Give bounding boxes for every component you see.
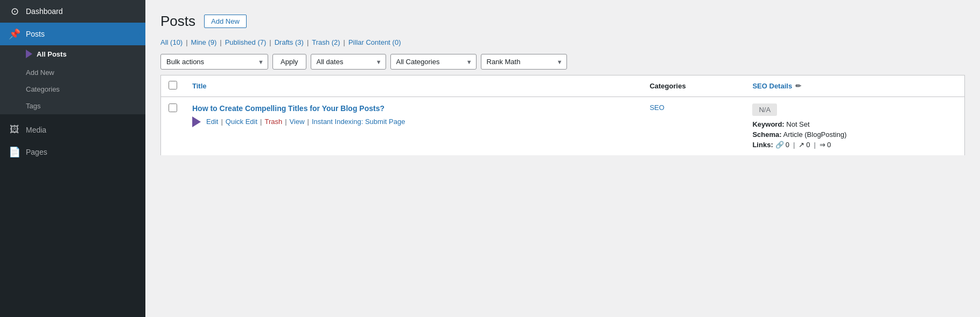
edit-action[interactable]: Edit bbox=[206, 118, 218, 126]
seo-badge: N/A bbox=[752, 104, 777, 116]
pages-icon: 📄 bbox=[9, 146, 20, 158]
links-line: Links: 🔗 0 | ↗ 0 | ⇒ 0 bbox=[752, 141, 957, 149]
instant-indexing-action[interactable]: Instant Indexing: Submit Page bbox=[312, 118, 405, 126]
quick-edit-action[interactable]: Quick Edit bbox=[226, 118, 257, 126]
external-link-count: 0 bbox=[806, 141, 810, 149]
seo-edit-icon[interactable]: ✏ bbox=[795, 82, 801, 90]
sidebar-item-label: Pages bbox=[26, 148, 47, 156]
posts-table: Title Categories SEO Details ✏ bbox=[160, 75, 965, 156]
action-sep-1: | bbox=[221, 118, 222, 126]
sidebar-item-label: Dashboard bbox=[26, 7, 63, 16]
sep5: | bbox=[344, 38, 345, 46]
nofollow-link-count: 0 bbox=[827, 141, 831, 149]
dashboard-icon: ⊙ bbox=[9, 5, 20, 17]
rankmath-wrap: Rank Math ▼ bbox=[481, 54, 567, 70]
filter-published[interactable]: Published (7) bbox=[225, 38, 267, 46]
internal-link-icon: 🔗 bbox=[775, 141, 784, 149]
sidebar-item-media[interactable]: 🖼 Media bbox=[0, 119, 145, 141]
posts-submenu: All Posts Add New Categories Tags bbox=[0, 45, 145, 114]
external-link-icon: ↗ bbox=[799, 141, 804, 149]
sidebar-item-dashboard[interactable]: ⊙ Dashboard bbox=[0, 0, 145, 23]
trash-action[interactable]: Trash bbox=[264, 118, 282, 126]
dates-select[interactable]: All dates bbox=[311, 54, 386, 70]
internal-link-count: 0 bbox=[786, 141, 789, 149]
schema-line: Schema: Article (BlogPosting) bbox=[752, 130, 957, 139]
categories-column-header: Categories bbox=[642, 75, 745, 97]
category-link[interactable]: SEO bbox=[649, 104, 664, 112]
select-all-checkbox[interactable] bbox=[169, 81, 177, 89]
filter-pillar[interactable]: Pillar Content (0) bbox=[348, 38, 401, 46]
row-title-cell: How to Create Compelling Titles for Your… bbox=[185, 97, 642, 156]
post-title-link[interactable]: How to Create Compelling Titles for Your… bbox=[192, 104, 634, 114]
table-row: How to Create Compelling Titles for Your… bbox=[161, 97, 965, 156]
keyword-line: Keyword: Not Set bbox=[752, 120, 957, 128]
page-title: Posts bbox=[160, 13, 195, 30]
sep4: | bbox=[307, 38, 309, 46]
nofollow-link-icon: ⇒ bbox=[820, 141, 825, 149]
bulk-actions-select[interactable]: Bulk actions bbox=[160, 54, 268, 70]
internal-link-group: 🔗 0 bbox=[775, 141, 789, 149]
row-category-cell: SEO bbox=[642, 97, 745, 156]
sidebar-item-pages[interactable]: 📄 Pages bbox=[0, 141, 145, 163]
active-indicator bbox=[139, 29, 145, 39]
rankmath-select[interactable]: Rank Math bbox=[481, 54, 567, 70]
apply-button[interactable]: Apply bbox=[272, 54, 306, 70]
row-actions: Edit | Quick Edit | Trash | View | Insta… bbox=[192, 116, 634, 127]
sidebar-sub-categories[interactable]: Categories bbox=[0, 81, 145, 98]
toolbar: Bulk actions ▼ Apply All dates ▼ All Cat… bbox=[160, 54, 965, 70]
sidebar-sub-tags[interactable]: Tags bbox=[0, 98, 145, 114]
purple-arrow-right-icon bbox=[192, 116, 201, 127]
filter-links: All (10) | Mine (9) | Published (7) | Dr… bbox=[160, 38, 965, 46]
posts-icon: 📌 bbox=[9, 28, 20, 40]
bulk-actions-wrap: Bulk actions ▼ bbox=[160, 54, 268, 70]
sidebar-item-label: Posts bbox=[26, 30, 45, 38]
main-content: Posts Add New All (10) | Mine (9) | Publ… bbox=[145, 0, 980, 317]
row-checkbox[interactable] bbox=[169, 104, 177, 112]
sidebar-item-label: Media bbox=[26, 126, 46, 134]
title-column-header: Title bbox=[185, 75, 642, 97]
filter-drafts[interactable]: Drafts (3) bbox=[275, 38, 304, 46]
add-new-button[interactable]: Add New bbox=[204, 15, 247, 28]
select-all-th bbox=[161, 75, 185, 97]
sep1: | bbox=[186, 38, 187, 46]
action-sep-2: | bbox=[260, 118, 262, 126]
page-header: Posts Add New bbox=[160, 13, 965, 30]
sidebar-item-posts[interactable]: 📌 Posts bbox=[0, 23, 145, 45]
nofollow-link-group: ⇒ 0 bbox=[820, 141, 831, 149]
action-sep-3: | bbox=[285, 118, 286, 126]
sep3: | bbox=[269, 38, 271, 46]
view-action[interactable]: View bbox=[290, 118, 305, 126]
action-sep-4: | bbox=[307, 118, 309, 126]
filter-all[interactable]: All (10) bbox=[160, 38, 183, 46]
sidebar: ⊙ Dashboard 📌 Posts All Posts Add New Ca… bbox=[0, 0, 145, 317]
filter-trash[interactable]: Trash (2) bbox=[312, 38, 340, 46]
external-link-group: ↗ 0 bbox=[799, 141, 810, 149]
seo-column-header: SEO Details ✏ bbox=[745, 75, 964, 97]
sidebar-sub-all-posts[interactable]: All Posts bbox=[0, 45, 145, 64]
row-seo-cell: N/A Keyword: Not Set Schema: Article (Bl… bbox=[745, 97, 964, 156]
sidebar-sub-add-new[interactable]: Add New bbox=[0, 64, 145, 81]
row-checkbox-cell bbox=[161, 97, 185, 156]
media-icon: 🖼 bbox=[9, 124, 20, 135]
categories-select[interactable]: All Categories bbox=[390, 54, 477, 70]
sep2: | bbox=[220, 38, 221, 46]
filter-mine[interactable]: Mine (9) bbox=[191, 38, 217, 46]
dates-wrap: All dates ▼ bbox=[311, 54, 386, 70]
categories-wrap: All Categories ▼ bbox=[390, 54, 477, 70]
